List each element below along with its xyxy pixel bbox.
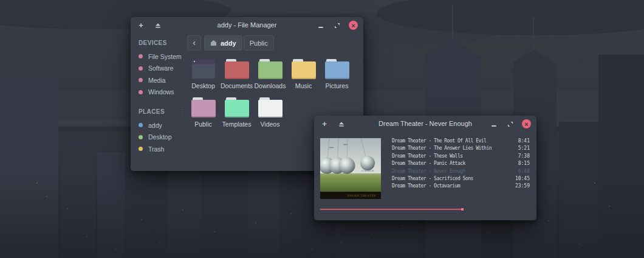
new-tab-button[interactable]: + — [136, 21, 146, 30]
folder-icon — [258, 97, 283, 117]
track-title: Dream Theater - Panic Attack — [392, 161, 465, 166]
close-button[interactable]: × — [349, 21, 358, 30]
track-title: Dream Theater - Sacrificed Sons — [392, 176, 473, 181]
desktop: addy - File Manager + × — [0, 0, 644, 258]
folder-icon — [292, 59, 316, 79]
device-bullet-icon — [139, 66, 143, 71]
breadcrumb: addy Public — [204, 35, 274, 51]
folder-label: Pictures — [326, 82, 349, 89]
file-manager-titlebar[interactable]: addy - File Manager + × — [131, 17, 363, 33]
playlist-track-current[interactable]: Dream Theater - Never Enough 6:48 — [392, 169, 530, 176]
folder-item-documents[interactable]: Documents — [220, 59, 253, 97]
folder-label: Documents — [221, 82, 253, 89]
track-duration: 7:38 — [518, 153, 530, 159]
track-duration: 23:59 — [515, 183, 530, 189]
playlist-track[interactable]: Dream Theater - The Root Of All Evil 8:4… — [392, 138, 530, 145]
desktop-icon — [191, 59, 216, 79]
sidebar-section-places: PLACES — [139, 108, 185, 115]
file-manager-sidebar: DEVICES File System Software Media Windo… — [131, 33, 185, 171]
track-title: Dream Theater - The Root Of All Evil — [392, 138, 486, 144]
folder-label: Downloads — [255, 82, 286, 89]
device-bullet-icon — [139, 78, 143, 82]
playlist-track[interactable]: Dream Theater - Sacrificed Sons 10:45 — [392, 176, 530, 183]
place-bullet-icon — [139, 147, 143, 151]
playlist: Dream Theater - The Root Of All Evil 8:4… — [392, 138, 530, 191]
folder-item-desktop[interactable]: Desktop — [187, 59, 220, 97]
device-bullet-icon — [139, 54, 143, 58]
sidebar-item-label: Software — [148, 64, 173, 72]
sidebar-item-label: File System — [148, 53, 182, 60]
seek-handle[interactable] — [461, 208, 464, 211]
seek-progress — [320, 209, 462, 210]
back-button[interactable]: ‹ — [187, 35, 201, 51]
artist-logo-text: DREAM THEATER — [347, 194, 375, 197]
path-toolbar: ‹ addy Public — [187, 35, 363, 51]
seek-bar[interactable] — [320, 208, 529, 210]
sidebar-section-devices: DEVICES — [139, 40, 185, 46]
breadcrumb-label: Public — [250, 40, 268, 47]
eject-icon[interactable] — [153, 21, 163, 30]
sidebar-item-media[interactable]: Media — [131, 74, 185, 86]
music-player-window: Dream Theater - Never Enough + × — [314, 116, 536, 220]
folder-icon — [325, 59, 349, 79]
sidebar-item-label: Media — [148, 77, 166, 84]
folder-icon — [225, 59, 249, 79]
track-duration: 10:45 — [515, 176, 530, 181]
playlist-track[interactable]: Dream Theater - The Answer Lies Within 5… — [392, 145, 530, 153]
breadcrumb-public[interactable]: Public — [244, 35, 274, 51]
minimize-button[interactable] — [489, 119, 499, 129]
music-player-titlebar[interactable]: Dream Theater - Never Enough + × — [314, 116, 536, 132]
sidebar-item-label: addy — [148, 122, 162, 129]
sidebar-item-file-system[interactable]: File System — [131, 51, 185, 63]
playlist-track[interactable]: Dream Theater - These Walls 7:38 — [392, 153, 530, 161]
playlist-track[interactable]: Dream Theater - Octavarium 23:59 — [392, 183, 530, 190]
minimize-button[interactable] — [316, 21, 326, 30]
close-button[interactable]: × — [522, 119, 531, 128]
track-duration: 5:21 — [518, 145, 530, 151]
folder-icon — [225, 97, 249, 117]
folder-item-templates[interactable]: Templates — [220, 97, 253, 136]
sidebar-item-addy[interactable]: addy — [131, 119, 185, 131]
restore-button[interactable] — [332, 21, 342, 30]
sidebar-item-software[interactable]: Software — [131, 63, 185, 75]
folder-item-public[interactable]: Public — [187, 97, 220, 136]
track-duration: 6:48 — [518, 169, 530, 174]
place-bullet-icon — [139, 123, 143, 127]
track-title: Dream Theater - The Answer Lies Within — [392, 145, 492, 151]
folder-item-downloads[interactable]: Downloads — [253, 59, 287, 97]
sidebar-item-label: Windows — [148, 88, 174, 96]
folder-item-pictures[interactable]: Pictures — [320, 59, 354, 97]
track-title: Dream Theater - Never Enough — [392, 169, 465, 174]
track-title: Dream Theater - These Walls — [392, 153, 463, 159]
folder-label: Videos — [261, 120, 280, 128]
home-icon — [210, 40, 217, 46]
track-duration: 8:41 — [518, 138, 530, 144]
track-duration: 8:15 — [518, 161, 530, 166]
eject-icon[interactable] — [337, 119, 346, 129]
folder-label: Desktop — [191, 82, 215, 89]
playlist-track[interactable]: Dream Theater - Panic Attack 8:15 — [392, 161, 530, 168]
album-title-text: OCTAVARIUM — [361, 170, 374, 172]
folder-label: Templates — [222, 120, 252, 128]
restore-button[interactable] — [505, 119, 515, 129]
folder-label: Music — [295, 82, 312, 89]
sidebar-item-trash[interactable]: Trash — [131, 143, 185, 155]
breadcrumb-addy[interactable]: addy — [204, 35, 242, 51]
sidebar-item-label: Desktop — [148, 133, 172, 141]
sidebar-item-desktop[interactable]: Desktop — [131, 131, 185, 144]
folder-item-videos[interactable]: Videos — [253, 97, 287, 136]
sidebar-item-windows[interactable]: Windows — [131, 86, 185, 99]
folder-item-music[interactable]: Music — [287, 59, 320, 97]
place-bullet-icon — [139, 135, 143, 139]
folder-icon — [191, 97, 216, 117]
add-track-button[interactable]: + — [320, 119, 329, 129]
folder-icon — [258, 59, 283, 79]
device-bullet-icon — [139, 90, 143, 94]
track-title: Dream Theater - Octavarium — [392, 183, 460, 189]
sidebar-item-label: Trash — [148, 145, 164, 153]
album-art: OCTAVARIUM DREAM THEATER — [320, 138, 381, 199]
folder-label: Public — [194, 120, 212, 128]
breadcrumb-label: addy — [221, 40, 236, 47]
